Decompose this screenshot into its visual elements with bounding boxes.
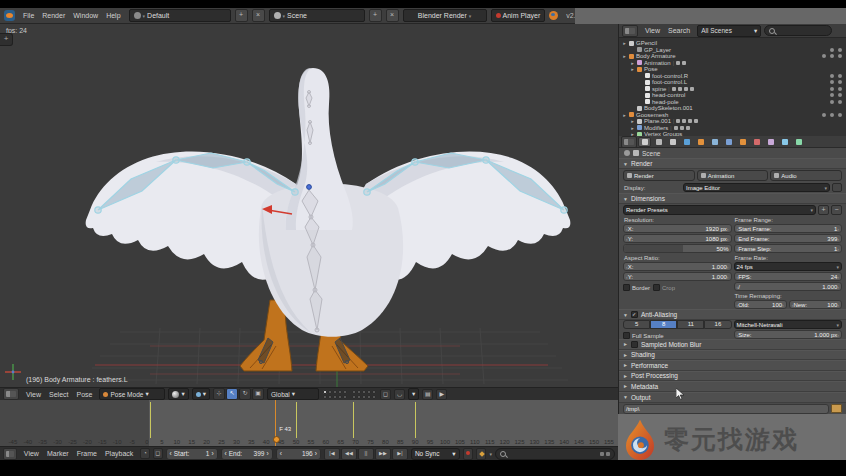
end-frame-field[interactable]: ‹End: 399› (221, 448, 273, 460)
layer-toggle[interactable] (357, 390, 361, 394)
layers-grid-1[interactable] (323, 390, 347, 399)
layer-toggle[interactable] (372, 395, 376, 399)
aa-samples-button[interactable]: 5 (623, 320, 650, 329)
menu-item[interactable]: File (19, 12, 38, 19)
bone-icon[interactable] (672, 87, 676, 91)
frame-step-field[interactable]: ‹Frame Step:1› (734, 244, 843, 253)
layer-toggle[interactable] (372, 390, 376, 394)
orientation-dropdown[interactable]: Global ▾ (267, 388, 319, 400)
toolshelf-plus-tab[interactable]: + (0, 33, 13, 46)
render-presets-dropdown[interactable]: Render Presets▾ (623, 205, 816, 215)
transport-button[interactable]: || (358, 448, 374, 460)
restrict-select-icon[interactable] (838, 93, 842, 97)
remap-old-field[interactable]: ‹Old:100› (734, 300, 787, 309)
full-sample-checkbox[interactable] (623, 332, 630, 339)
panel-header-anti-aliasing[interactable]: ▼ Anti-Aliasing (619, 309, 846, 320)
layer-toggle[interactable] (367, 390, 371, 394)
fps-field[interactable]: ‹FPS:24› (734, 272, 843, 281)
pin-icon[interactable] (624, 150, 630, 156)
aspect-x-field[interactable]: ‹X:1.000› (623, 262, 732, 271)
restrict-select-icon[interactable] (838, 80, 842, 84)
resolution-percent-slider[interactable]: 50% (623, 244, 732, 253)
remap-new-field[interactable]: ‹New:100› (789, 300, 842, 309)
layer-toggle[interactable] (362, 390, 366, 394)
layer-toggle[interactable] (357, 395, 361, 399)
panel-checkbox[interactable] (631, 341, 638, 348)
bone-icon[interactable] (674, 126, 678, 130)
tab-scene[interactable] (666, 137, 679, 147)
remove-preset-button[interactable]: − (831, 205, 842, 215)
aa-size-field[interactable]: ‹Size:1.000 px› (734, 330, 843, 339)
panel-header-post-processing[interactable]: ►Post Processing (619, 371, 846, 382)
add-scene-button[interactable]: + (369, 9, 382, 22)
output-path-field[interactable]: /tmp\ (623, 404, 829, 414)
transport-button[interactable]: ◀◀ (341, 448, 357, 460)
selected-bone-head[interactable] (307, 185, 312, 190)
menu-item[interactable]: Help (102, 12, 124, 19)
pivot-dropdown[interactable]: ▾ (192, 388, 210, 400)
layer-toggle[interactable] (323, 390, 327, 394)
crop-checkbox[interactable] (653, 284, 660, 291)
restrict-select-icon[interactable] (838, 100, 842, 104)
record-icon[interactable] (463, 448, 473, 460)
properties-editor-icon[interactable] (621, 136, 637, 148)
menu-item[interactable]: Playback (101, 450, 137, 457)
keying-chevron-icon[interactable]: ▾ (489, 451, 492, 457)
display-dropdown[interactable]: Image Editor▾ (683, 183, 830, 192)
add-preset-button[interactable]: + (818, 205, 829, 215)
aspect-y-field[interactable]: ‹Y:1.000› (623, 272, 732, 281)
rotate-manipulator-icon[interactable]: ↻ (239, 388, 251, 400)
panel-header-dimensions[interactable]: ▼ Dimensions (619, 193, 846, 204)
mode-dropdown[interactable]: Pose Mode ▾ (99, 388, 165, 400)
layer-toggle[interactable] (367, 395, 371, 399)
restrict-select-icon[interactable] (838, 74, 842, 78)
folder-icon[interactable] (831, 404, 842, 413)
panel-header-shading[interactable]: ►Shading (619, 350, 846, 361)
bone-icon[interactable] (682, 119, 686, 123)
add-layout-button[interactable]: + (235, 9, 248, 22)
expand-icon[interactable]: ▸ (630, 118, 635, 124)
tab-render[interactable] (638, 137, 651, 147)
transport-button[interactable]: |◀ (324, 448, 340, 460)
keying-icon[interactable] (476, 448, 486, 460)
render-animation-button[interactable]: Animation (697, 170, 769, 181)
outliner-editor-icon[interactable] (622, 25, 638, 37)
eye-icon[interactable] (822, 54, 826, 58)
aa-samples-button[interactable]: 11 (677, 320, 704, 329)
close-layout-button[interactable]: × (252, 9, 265, 22)
restrict-select-icon[interactable] (830, 113, 834, 117)
menu-item[interactable]: Pose (73, 391, 97, 398)
layer-toggle[interactable] (323, 395, 327, 399)
expand-icon[interactable]: ▸ (622, 40, 627, 46)
bone-icon[interactable] (694, 119, 698, 123)
aa-samples-button[interactable]: 8 (650, 320, 677, 329)
eye-icon[interactable] (830, 93, 834, 97)
render-opengl-icon[interactable]: ▤ (422, 389, 433, 400)
layer-toggle[interactable] (343, 390, 347, 394)
restrict-render-icon[interactable] (838, 54, 842, 58)
keying-set-field[interactable] (495, 448, 615, 460)
layer-toggle[interactable] (333, 395, 337, 399)
menu-item[interactable]: View (22, 391, 45, 398)
panel-header-sampled-motion-blur[interactable]: ►Sampled Motion Blur (619, 339, 846, 350)
lock-time-icon[interactable]: ◻ (153, 448, 163, 459)
menu-item[interactable]: Search (664, 27, 694, 34)
timeline-editor-icon[interactable] (3, 448, 17, 460)
layer-toggle[interactable] (352, 395, 356, 399)
transport-button[interactable]: ▶▶ (375, 448, 391, 460)
panel-header-metadata[interactable]: ►Metadata (619, 381, 846, 392)
preview-range-icon[interactable]: ◔ (140, 448, 150, 459)
panel-header-performance[interactable]: ►Performance (619, 360, 846, 371)
restrict-render-icon[interactable] (838, 113, 842, 117)
outliner-search-input[interactable] (764, 25, 832, 36)
expand-icon[interactable]: ▸ (630, 125, 635, 131)
3d-viewport[interactable]: fps: 24 + (196) Body Armature : feathers… (0, 24, 618, 387)
layer-toggle[interactable] (362, 395, 366, 399)
scene-dropdown[interactable]: ▾ Scene (269, 9, 365, 22)
expand-icon[interactable]: ▸ (622, 53, 627, 59)
render-opengl-anim-icon[interactable]: ▶ (436, 389, 447, 400)
fps-base-field[interactable]: ‹/1.000› (734, 282, 843, 291)
bone-icon[interactable] (690, 87, 694, 91)
sync-dropdown[interactable]: No Sync ▾ (411, 448, 460, 460)
expand-icon[interactable]: ▸ (630, 60, 635, 66)
